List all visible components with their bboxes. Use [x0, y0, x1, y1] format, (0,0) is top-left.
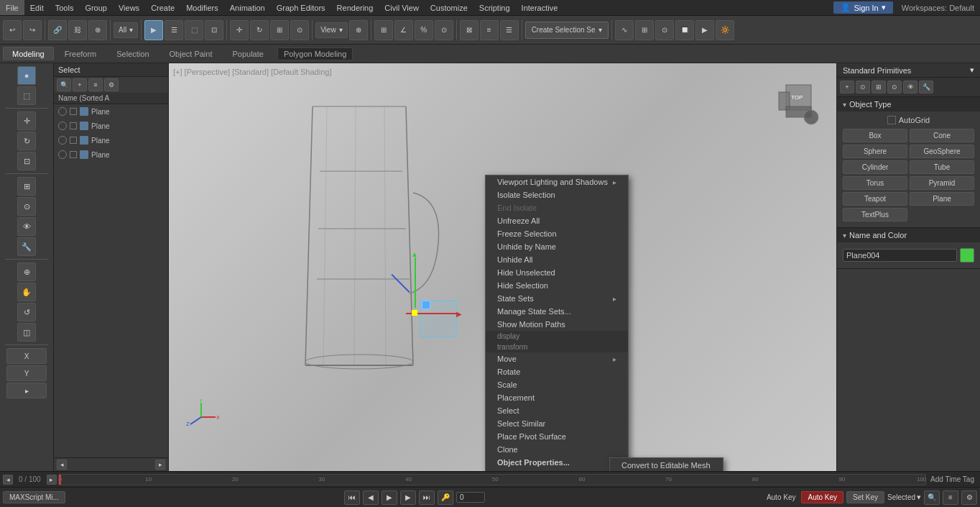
- select-object-button[interactable]: ●: [17, 66, 36, 85]
- lp-next-button[interactable]: ▸: [6, 383, 47, 398]
- menu-scripting[interactable]: Scripting: [473, 0, 516, 15]
- search-button[interactable]: 🔍: [924, 490, 940, 505]
- obj-type-geosphere[interactable]: GeoSphere: [910, 145, 974, 158]
- ctx-curve-editor[interactable]: Curve Editor...: [486, 469, 628, 471]
- ctx-place-pivot-surface[interactable]: Place Pivot Surface: [486, 430, 628, 443]
- placement-button[interactable]: ⊙: [290, 20, 309, 40]
- selected-dropdown[interactable]: Selected ▾: [887, 493, 921, 502]
- unlink-button[interactable]: ⛓: [68, 20, 87, 40]
- rp-dropdown-arrow[interactable]: ▾: [970, 65, 974, 75]
- ctx-select[interactable]: Select: [486, 404, 628, 417]
- display-tab-button[interactable]: 👁: [903, 81, 917, 93]
- menu-file[interactable]: File: [0, 0, 24, 15]
- scroll-right-arrow[interactable]: ▸: [155, 460, 165, 470]
- rect-select-button[interactable]: ⬚: [185, 20, 203, 40]
- obj-type-textplus[interactable]: TextPlus: [843, 208, 907, 221]
- timeline-track[interactable]: 0 10 20 30 40 50 60 70 80 90 100: [58, 474, 926, 485]
- settings-button[interactable]: ⚙: [961, 490, 977, 505]
- scene-item-3[interactable]: Plane: [54, 147, 168, 162]
- rotate-tool-lp-button[interactable]: ↻: [17, 132, 36, 150]
- ctx-hide-unselected[interactable]: Hide Unselected: [486, 266, 628, 279]
- object-type-header[interactable]: ▾ Object Type: [837, 97, 980, 111]
- pan-button[interactable]: ✋: [17, 283, 36, 301]
- color-swatch[interactable]: [960, 248, 974, 262]
- spinner-snap-button[interactable]: ⊙: [435, 20, 453, 40]
- obj-type-tube[interactable]: Tube: [910, 160, 974, 174]
- rotate-tool-button[interactable]: ↻: [250, 20, 269, 40]
- obj-type-cylinder[interactable]: Cylinder: [843, 160, 907, 174]
- menu-interactive[interactable]: Interactive: [516, 0, 564, 15]
- menu-customize[interactable]: Customize: [425, 0, 473, 15]
- scene-search-button[interactable]: 🔍: [57, 78, 71, 91]
- move-tool-button[interactable]: ✛: [230, 20, 249, 40]
- navigation-cube[interactable]: TOP: [772, 78, 822, 128]
- curve-editor-button[interactable]: ∿: [615, 20, 634, 40]
- obj-type-teapot[interactable]: Teapot: [843, 192, 907, 206]
- undo-button[interactable]: ↩: [3, 20, 22, 40]
- scene-filter-button[interactable]: ≡: [88, 78, 103, 91]
- x-axis-constraint-button[interactable]: X: [6, 348, 47, 364]
- display-button[interactable]: 👁: [17, 217, 36, 236]
- hierarchy-tab-button[interactable]: ⊞: [872, 81, 886, 93]
- reference-coord-dropdown[interactable]: View ▾: [315, 22, 348, 38]
- scene-item-1[interactable]: Plane: [54, 119, 168, 133]
- tab-populate[interactable]: Populate: [223, 47, 272, 60]
- menu-edit[interactable]: Edit: [24, 0, 50, 15]
- autogrid-checkbox[interactable]: [887, 116, 896, 124]
- tab-object-paint[interactable]: Object Paint: [160, 47, 222, 60]
- ctx-show-motion-paths[interactable]: Show Motion Paths: [486, 318, 628, 331]
- ctx-viewport-lighting[interactable]: Viewport Lighting and Shadows▸: [486, 175, 628, 188]
- use-pivot-center-button[interactable]: ⊕: [349, 20, 368, 40]
- obj-type-sphere[interactable]: Sphere: [843, 145, 907, 158]
- menu-animation[interactable]: Animation: [224, 0, 271, 15]
- link-button[interactable]: 🔗: [48, 20, 67, 40]
- ctx-end-isolate[interactable]: End Isolate: [486, 201, 628, 214]
- ctx-freeze-selection[interactable]: Freeze Selection: [486, 227, 628, 240]
- filters-button[interactable]: ≡: [943, 490, 958, 505]
- obj-type-plane[interactable]: Plane: [910, 192, 974, 206]
- obj-type-pyramid[interactable]: Pyramid: [910, 176, 974, 190]
- current-frame-input[interactable]: [456, 492, 485, 503]
- ctx-hide-selection[interactable]: Hide Selection: [486, 279, 628, 292]
- scene-item-2[interactable]: Plane: [54, 133, 168, 147]
- create-selection-set-button[interactable]: Create Selection Se ▾: [525, 22, 609, 39]
- layer-manager-button[interactable]: ☰: [500, 20, 519, 40]
- play-button[interactable]: ▶: [382, 490, 397, 505]
- zoom-extents-button[interactable]: ⊕: [17, 262, 36, 281]
- key-mode-toggle[interactable]: 🔑: [438, 490, 453, 505]
- quick-render-button[interactable]: 🔆: [716, 20, 734, 40]
- obj-type-cone[interactable]: Cone: [910, 129, 974, 142]
- obj-type-box[interactable]: Box: [843, 129, 907, 142]
- render-setup-button[interactable]: 🔲: [675, 20, 694, 40]
- redo-button[interactable]: ↪: [23, 20, 42, 40]
- mirror-button[interactable]: ⊠: [460, 20, 479, 40]
- scale-tool-button[interactable]: ⊞: [270, 20, 289, 40]
- menu-modifiers[interactable]: Modifiers: [180, 0, 224, 15]
- select-by-region-button[interactable]: ⬚: [17, 86, 36, 105]
- tab-modeling[interactable]: Modeling: [3, 47, 54, 60]
- hierarchy-button[interactable]: ⊞: [17, 177, 36, 196]
- ctx-manage-state-sets[interactable]: Manage State Sets...: [486, 305, 628, 318]
- motion-tab-button[interactable]: ⊙: [887, 81, 902, 93]
- render-frame-button[interactable]: ▶: [695, 20, 714, 40]
- move-tool-lp-button[interactable]: ✛: [17, 111, 36, 130]
- scene-item-0[interactable]: Plane: [54, 104, 168, 119]
- ctx-isolate-selection[interactable]: Isolate Selection: [486, 188, 628, 201]
- add-time-tag-button[interactable]: Add Time Tag: [928, 475, 977, 483]
- ctx-unfreeze-all[interactable]: Unfreeze All: [486, 214, 628, 227]
- select-by-name-button[interactable]: ☰: [165, 20, 183, 40]
- window-crossing-button[interactable]: ⊡: [205, 20, 223, 40]
- submenu-editable-mesh[interactable]: Convert to Editable Mesh: [610, 458, 723, 471]
- prev-frame-button[interactable]: ◀: [363, 490, 379, 505]
- angle-snap-button[interactable]: ∠: [394, 20, 413, 40]
- name-color-header[interactable]: ▾ Name and Color: [837, 228, 980, 242]
- modify-tab-button[interactable]: ⊙: [856, 81, 870, 93]
- orbit-button[interactable]: ↺: [17, 303, 36, 321]
- bind-to-space-warp[interactable]: ⊕: [88, 20, 107, 40]
- menu-civil-view[interactable]: Civil View: [379, 0, 424, 15]
- schematic-view-button[interactable]: ⊞: [635, 20, 654, 40]
- utilities-tab-button[interactable]: 🔧: [919, 81, 933, 93]
- scene-add-button[interactable]: +: [73, 78, 87, 91]
- ctx-object-properties[interactable]: Object Properties...: [486, 456, 628, 469]
- tab-freeform[interactable]: Freeform: [55, 47, 106, 60]
